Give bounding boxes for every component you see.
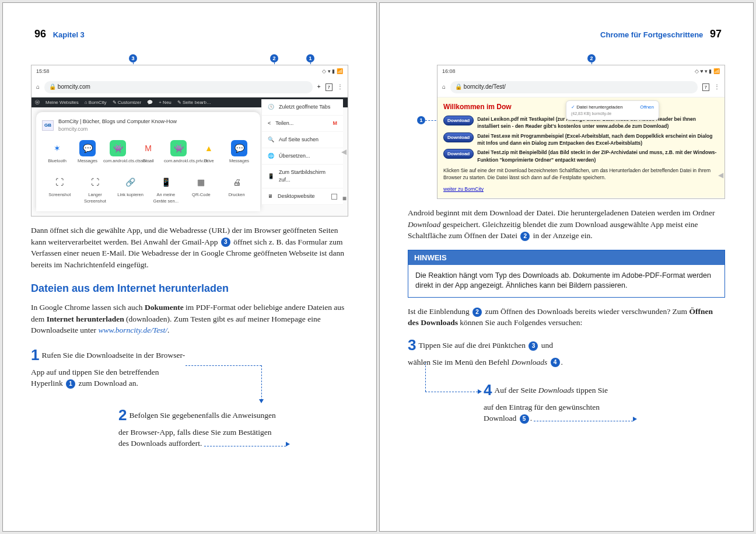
callout-1: 1 xyxy=(306,54,314,62)
share-action: ⛶Screenshot xyxy=(45,174,74,205)
share-target: 💬Messages xyxy=(225,140,254,165)
page-number: 97 xyxy=(710,28,722,40)
menu-dots-icon: ⋮ xyxy=(337,83,343,92)
page-nav-arrow-icon: ◀ xyxy=(341,147,346,157)
download-button: Download xyxy=(443,132,474,142)
chapter-label: Kapitel 3 xyxy=(53,30,85,39)
share-sheet: GB BornCity | Bücher, Blogs und Computer… xyxy=(36,112,260,211)
home-icon: ⌂ xyxy=(36,83,40,92)
share-target: ▲Drive xyxy=(194,140,223,165)
share-target: ✶Bluetooth xyxy=(43,140,72,165)
share-action: 🖨Drucken xyxy=(222,174,251,205)
running-head-left: 96 Kapitel 3 xyxy=(31,26,85,41)
new-tab-icon: + xyxy=(317,83,321,92)
page-nav-arrow-icon: ◀ xyxy=(718,170,723,180)
menu-item: 🕓Zuletzt geöffnete Tabs xyxy=(262,99,343,116)
download-button: Download xyxy=(443,116,474,125)
share-target: 👾com.android.cts.priv.ct... xyxy=(164,140,193,165)
chrome-overflow-menu: 🕓Zuletzt geöffnete Tabs<Teilen...M🔍Auf S… xyxy=(261,99,343,205)
hint-box: HINWEIS Die Reaktion hängt vom Typ des D… xyxy=(408,250,725,298)
running-head-right: Chrome für Fortgeschrittene 97 xyxy=(600,26,725,41)
menu-dots-icon: ⋮ xyxy=(714,83,720,92)
callout-ref-3: 3 xyxy=(221,238,230,247)
menu-item: 📱Zum Startbildschirm zuf... xyxy=(262,165,343,189)
share-target: 👾com.android.cts.ctsshi... xyxy=(103,140,132,165)
page-right: Chrome für Fortgeschrittene 97 2 1 16:08… xyxy=(379,2,754,532)
share-target: MGmail xyxy=(134,140,163,165)
callout-2: 2 xyxy=(587,54,596,62)
screenshot-download-page: 16:08◇ ♥ ▾ ▮ 📶 ⌂ 🔒 borncity.de/Test/ 7 ⋮… xyxy=(437,65,725,199)
share-action: ▦QR-Code xyxy=(187,174,216,205)
link-text: www.borncity.de/Test/ xyxy=(98,326,167,334)
screenshot-share-sheet: 15:58◇ ▾ ▮ 📶 ⌂ 🔒 borncity.com + 7 ⋮ ⓦMei… xyxy=(31,65,348,217)
download-row: DownloadDatei Test.zip mit Beispielbild … xyxy=(443,149,719,163)
menu-item: 🌐Übersetzen... xyxy=(262,148,343,165)
menu-item: 🖥Desktopwebsite xyxy=(262,189,343,205)
download-button: Download xyxy=(443,149,474,159)
open-button: Öffnen xyxy=(640,104,654,111)
menu-item: 🔍Auf Seite suchen xyxy=(262,132,343,148)
share-target: 💬Messages xyxy=(73,140,102,165)
body-text: Dann öffnet sich die gewählte App, und d… xyxy=(31,225,348,270)
address-bar: 🔒 borncity.de/Test/ xyxy=(450,81,698,93)
body-text: Android beginnt mit dem Download der Dat… xyxy=(408,207,725,242)
link-borncity: weiter zu BornCity xyxy=(443,186,484,192)
menu-item: <Teilen...M xyxy=(262,116,343,132)
share-action: ⛶Langer Screenshot xyxy=(80,174,110,205)
step-4: 4Auf der Seite Downloads tippen Sie auf … xyxy=(484,379,725,424)
address-bar: 🔒 borncity.com xyxy=(44,81,313,93)
download-popup: ✓ Datei heruntergeladen (42,83 KB) bornc… xyxy=(566,100,659,120)
step-1: 1Rufen Sie die Downloadseite in der Brow… xyxy=(31,344,348,389)
home-icon: ⌂ xyxy=(442,83,446,92)
chapter-label: Chrome für Fortgeschrittene xyxy=(600,30,703,39)
share-action: 📱An meine Geräte sen... xyxy=(151,174,180,205)
callout-1: 1 xyxy=(417,116,425,124)
step-2: 2Befolgen Sie gegebenenfalls die Anweisu… xyxy=(118,404,348,449)
section-heading: Dateien aus dem Internet herunterladen xyxy=(31,281,348,296)
download-row: DownloadDatei Test.exe mit Programmbeisp… xyxy=(443,132,719,147)
share-action: 🔗Link kopieren xyxy=(116,174,145,205)
callout-3: 3 xyxy=(129,54,137,62)
step-3: 3Tippen Sie auf die drei Pünktchen 3 und… xyxy=(408,334,725,368)
body-text: In Google Chrome lassen sich auch Dokume… xyxy=(31,302,348,336)
body-text: Ist die Einblendung 2 zum Öffnen des Dow… xyxy=(408,306,725,329)
callout-2: 2 xyxy=(270,54,278,62)
page-number: 96 xyxy=(34,28,46,40)
page-left: 96 Kapitel 3 3 2 1 15:58◇ ▾ ▮ 📶 ⌂ 🔒 born… xyxy=(2,2,377,532)
